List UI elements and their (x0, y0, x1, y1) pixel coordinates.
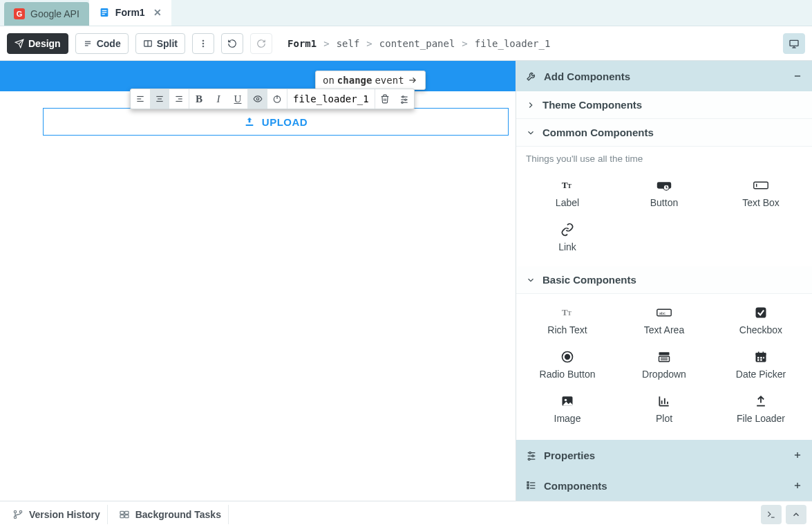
minus-icon[interactable] (793, 71, 802, 81)
svg-rect-84 (527, 482, 529, 483)
svg-rect-2 (102, 12, 106, 12)
bold-button[interactable]: B (189, 89, 209, 109)
design-button[interactable]: Design (7, 33, 68, 54)
fileloader-icon (753, 394, 768, 409)
components-header[interactable]: Components (516, 470, 812, 501)
tab-label: Form1 (115, 7, 145, 18)
collapse-button[interactable] (786, 505, 806, 524)
component-dropdown[interactable]: Dropdown (616, 342, 712, 387)
basic-components-section[interactable]: Basic Components (516, 266, 812, 294)
common-components-hint: Things you'll use all the time (516, 147, 812, 167)
more-button[interactable] (192, 33, 214, 54)
svg-rect-58 (760, 357, 762, 359)
common-components-section[interactable]: Common Components (516, 119, 812, 147)
toolbar: Design Code Split Form1 > self > content… (0, 26, 812, 61)
component-radio[interactable]: Radio Button (519, 342, 616, 387)
redo-button[interactable] (250, 33, 272, 54)
more-properties-button[interactable] (395, 89, 414, 109)
svg-point-9 (202, 39, 204, 41)
svg-point-90 (14, 516, 16, 518)
event-keyword: change (337, 75, 372, 86)
component-richtext[interactable]: TT Rich Text (519, 298, 616, 342)
breadcrumb-content-panel[interactable]: content_panel (379, 38, 455, 49)
component-name-input[interactable]: file_loader_1 (287, 89, 375, 109)
split-label: Split (157, 38, 178, 49)
component-link-text: Link (558, 241, 576, 252)
event-pre: on (323, 75, 334, 86)
tab-form1[interactable]: Form1 ✕ (89, 0, 171, 26)
plus-icon[interactable] (793, 481, 802, 490)
component-label-text: Label (556, 197, 579, 208)
align-left-button[interactable] (131, 89, 150, 109)
component-textarea-text: Text Area (644, 324, 684, 335)
svg-rect-15 (245, 124, 253, 126)
breadcrumb-root[interactable]: Form1 (287, 38, 317, 49)
underline-button[interactable]: U (228, 89, 247, 109)
image-icon (560, 394, 575, 409)
plus-icon[interactable] (793, 450, 802, 460)
visibility-button[interactable] (248, 89, 267, 109)
common-components-grid: TT Label Button Text Box Link (516, 167, 812, 266)
svg-point-63 (565, 399, 567, 401)
component-fileloader-text: File Loader (737, 413, 785, 424)
code-button[interactable]: Code (75, 33, 129, 54)
align-right-button[interactable] (169, 89, 189, 109)
device-preview-button[interactable] (783, 33, 805, 54)
add-components-header[interactable]: Add Components (516, 61, 812, 91)
component-plot[interactable]: Plot (616, 387, 712, 431)
split-button[interactable]: Split (135, 33, 185, 54)
version-history-button[interactable]: Version History (6, 505, 108, 524)
textarea-icon: abc (657, 305, 672, 320)
svg-rect-12 (790, 40, 798, 46)
component-format-toolbar: B I U file_loader_1 (130, 89, 415, 109)
theme-components-label: Theme Components (542, 99, 642, 111)
component-fileloader[interactable]: File Loader (712, 387, 809, 431)
theme-components-section[interactable]: Theme Components (516, 91, 812, 119)
richtext-icon: TT (560, 305, 575, 320)
svg-point-10 (202, 43, 204, 44)
event-hint-popup[interactable]: on change event (315, 71, 426, 90)
file-loader-component[interactable]: UPLOAD (43, 108, 509, 136)
component-textbox[interactable]: Text Box (712, 171, 809, 215)
svg-rect-54 (756, 353, 766, 355)
component-link[interactable]: Link (519, 215, 616, 259)
breadcrumb-file-loader[interactable]: file_loader_1 (475, 38, 551, 49)
component-image[interactable]: Image (519, 387, 616, 431)
enabled-button[interactable] (267, 89, 287, 109)
svg-point-26 (256, 98, 259, 100)
component-checkbox-text: Checkbox (739, 324, 782, 335)
svg-rect-49 (659, 352, 670, 355)
undo-button[interactable] (221, 33, 243, 54)
align-center-button[interactable] (150, 89, 169, 109)
italic-button[interactable]: I (209, 89, 228, 109)
component-label[interactable]: TT Label (519, 171, 616, 215)
svg-point-91 (19, 510, 21, 512)
list-icon (526, 480, 537, 491)
form-icon (99, 7, 110, 18)
console-button[interactable] (761, 505, 782, 524)
close-icon[interactable]: ✕ (153, 7, 162, 18)
calendar-icon (753, 349, 768, 364)
chevron-up-icon (791, 510, 801, 519)
button-icon (657, 178, 672, 193)
tabs-bar: G Google API Form1 ✕ (0, 0, 812, 26)
component-textarea[interactable]: abc Text Area (616, 298, 712, 342)
breadcrumb-self[interactable]: self (337, 38, 360, 49)
component-button[interactable]: Button (616, 171, 712, 215)
background-tasks-button[interactable]: Background Tasks (112, 505, 229, 524)
design-canvas[interactable]: UPLOAD on change event B I U (0, 61, 516, 501)
tab-google-api[interactable]: G Google API (4, 2, 89, 26)
component-checkbox[interactable]: Checkbox (712, 298, 809, 342)
properties-header[interactable]: Properties (516, 440, 812, 470)
component-datepicker[interactable]: Date Picker (712, 342, 809, 387)
status-bar: Version History Background Tasks (0, 501, 812, 527)
event-post: event (375, 75, 404, 86)
basic-components-label: Basic Components (542, 274, 636, 286)
svg-point-89 (14, 510, 16, 512)
tasks-icon (119, 509, 130, 520)
svg-rect-1 (102, 10, 106, 11)
component-textbox-text: Text Box (742, 197, 780, 208)
svg-point-78 (528, 459, 530, 461)
delete-button[interactable] (375, 89, 395, 109)
svg-rect-94 (120, 515, 124, 517)
